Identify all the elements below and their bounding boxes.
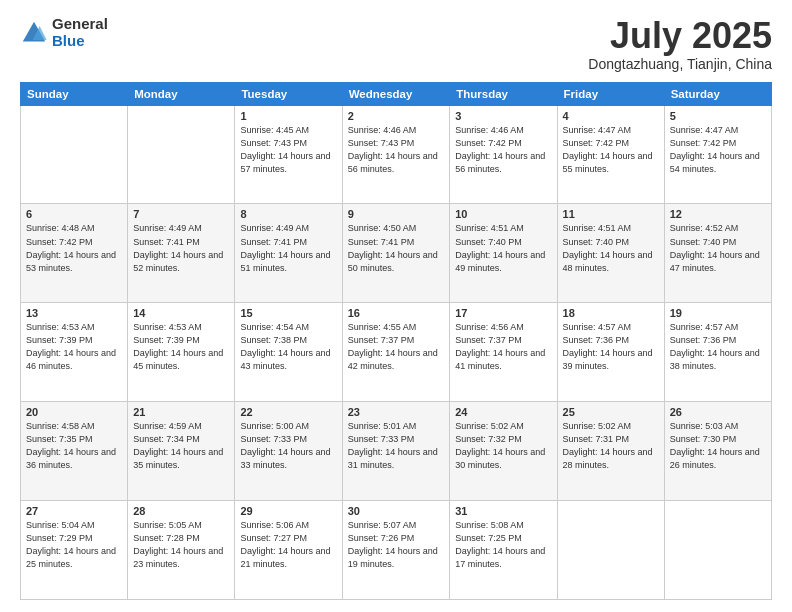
day-info: Sunrise: 4:57 AM Sunset: 7:36 PM Dayligh… [563,321,659,373]
day-cell: 30Sunrise: 5:07 AM Sunset: 7:26 PM Dayli… [342,501,450,600]
calendar-header: SundayMondayTuesdayWednesdayThursdayFrid… [21,82,772,105]
day-cell: 21Sunrise: 4:59 AM Sunset: 7:34 PM Dayli… [128,402,235,501]
day-info: Sunrise: 5:08 AM Sunset: 7:25 PM Dayligh… [455,519,551,571]
calendar-body: 1Sunrise: 4:45 AM Sunset: 7:43 PM Daylig… [21,105,772,599]
week-row-4: 27Sunrise: 5:04 AM Sunset: 7:29 PM Dayli… [21,501,772,600]
day-cell: 27Sunrise: 5:04 AM Sunset: 7:29 PM Dayli… [21,501,128,600]
day-cell: 17Sunrise: 4:56 AM Sunset: 7:37 PM Dayli… [450,303,557,402]
day-cell: 14Sunrise: 4:53 AM Sunset: 7:39 PM Dayli… [128,303,235,402]
day-cell: 7Sunrise: 4:49 AM Sunset: 7:41 PM Daylig… [128,204,235,303]
day-number: 23 [348,406,445,418]
day-info: Sunrise: 5:06 AM Sunset: 7:27 PM Dayligh… [240,519,336,571]
day-info: Sunrise: 4:53 AM Sunset: 7:39 PM Dayligh… [133,321,229,373]
day-info: Sunrise: 4:47 AM Sunset: 7:42 PM Dayligh… [563,124,659,176]
day-number: 22 [240,406,336,418]
day-cell: 11Sunrise: 4:51 AM Sunset: 7:40 PM Dayli… [557,204,664,303]
day-number: 8 [240,208,336,220]
week-row-3: 20Sunrise: 4:58 AM Sunset: 7:35 PM Dayli… [21,402,772,501]
day-number: 9 [348,208,445,220]
calendar: SundayMondayTuesdayWednesdayThursdayFrid… [20,82,772,600]
weekday-header-monday: Monday [128,82,235,105]
day-info: Sunrise: 4:55 AM Sunset: 7:37 PM Dayligh… [348,321,445,373]
header: General Blue July 2025 Dongtazhuang, Tia… [20,16,772,72]
day-cell: 9Sunrise: 4:50 AM Sunset: 7:41 PM Daylig… [342,204,450,303]
weekday-header-friday: Friday [557,82,664,105]
day-number: 17 [455,307,551,319]
day-cell: 16Sunrise: 4:55 AM Sunset: 7:37 PM Dayli… [342,303,450,402]
title-block: July 2025 Dongtazhuang, Tianjin, China [588,16,772,72]
day-number: 1 [240,110,336,122]
day-cell: 29Sunrise: 5:06 AM Sunset: 7:27 PM Dayli… [235,501,342,600]
day-info: Sunrise: 4:51 AM Sunset: 7:40 PM Dayligh… [455,222,551,274]
day-cell: 20Sunrise: 4:58 AM Sunset: 7:35 PM Dayli… [21,402,128,501]
week-row-1: 6Sunrise: 4:48 AM Sunset: 7:42 PM Daylig… [21,204,772,303]
weekday-header-sunday: Sunday [21,82,128,105]
month-title: July 2025 [588,16,772,56]
logo-general: General [52,16,108,33]
day-number: 30 [348,505,445,517]
day-info: Sunrise: 4:52 AM Sunset: 7:40 PM Dayligh… [670,222,766,274]
day-cell: 25Sunrise: 5:02 AM Sunset: 7:31 PM Dayli… [557,402,664,501]
day-cell: 15Sunrise: 4:54 AM Sunset: 7:38 PM Dayli… [235,303,342,402]
day-info: Sunrise: 4:59 AM Sunset: 7:34 PM Dayligh… [133,420,229,472]
day-info: Sunrise: 4:56 AM Sunset: 7:37 PM Dayligh… [455,321,551,373]
day-number: 24 [455,406,551,418]
day-number: 16 [348,307,445,319]
day-info: Sunrise: 4:58 AM Sunset: 7:35 PM Dayligh… [26,420,122,472]
logo-blue: Blue [52,33,108,50]
day-number: 10 [455,208,551,220]
weekday-row: SundayMondayTuesdayWednesdayThursdayFrid… [21,82,772,105]
day-number: 26 [670,406,766,418]
day-cell: 31Sunrise: 5:08 AM Sunset: 7:25 PM Dayli… [450,501,557,600]
day-info: Sunrise: 5:03 AM Sunset: 7:30 PM Dayligh… [670,420,766,472]
day-info: Sunrise: 4:53 AM Sunset: 7:39 PM Dayligh… [26,321,122,373]
day-number: 29 [240,505,336,517]
day-info: Sunrise: 5:04 AM Sunset: 7:29 PM Dayligh… [26,519,122,571]
day-cell [664,501,771,600]
day-cell: 19Sunrise: 4:57 AM Sunset: 7:36 PM Dayli… [664,303,771,402]
day-number: 13 [26,307,122,319]
weekday-header-thursday: Thursday [450,82,557,105]
day-number: 4 [563,110,659,122]
day-number: 19 [670,307,766,319]
day-number: 21 [133,406,229,418]
day-cell: 5Sunrise: 4:47 AM Sunset: 7:42 PM Daylig… [664,105,771,204]
day-info: Sunrise: 5:02 AM Sunset: 7:32 PM Dayligh… [455,420,551,472]
day-cell: 22Sunrise: 5:00 AM Sunset: 7:33 PM Dayli… [235,402,342,501]
day-cell: 6Sunrise: 4:48 AM Sunset: 7:42 PM Daylig… [21,204,128,303]
day-info: Sunrise: 4:45 AM Sunset: 7:43 PM Dayligh… [240,124,336,176]
day-info: Sunrise: 4:54 AM Sunset: 7:38 PM Dayligh… [240,321,336,373]
day-cell: 1Sunrise: 4:45 AM Sunset: 7:43 PM Daylig… [235,105,342,204]
location: Dongtazhuang, Tianjin, China [588,56,772,72]
day-info: Sunrise: 4:50 AM Sunset: 7:41 PM Dayligh… [348,222,445,274]
day-number: 5 [670,110,766,122]
day-number: 7 [133,208,229,220]
day-cell: 4Sunrise: 4:47 AM Sunset: 7:42 PM Daylig… [557,105,664,204]
day-info: Sunrise: 4:49 AM Sunset: 7:41 PM Dayligh… [133,222,229,274]
day-info: Sunrise: 4:46 AM Sunset: 7:43 PM Dayligh… [348,124,445,176]
day-number: 28 [133,505,229,517]
day-cell: 18Sunrise: 4:57 AM Sunset: 7:36 PM Dayli… [557,303,664,402]
day-info: Sunrise: 4:49 AM Sunset: 7:41 PM Dayligh… [240,222,336,274]
logo-icon [20,19,48,47]
day-cell: 8Sunrise: 4:49 AM Sunset: 7:41 PM Daylig… [235,204,342,303]
day-number: 25 [563,406,659,418]
week-row-2: 13Sunrise: 4:53 AM Sunset: 7:39 PM Dayli… [21,303,772,402]
day-cell: 24Sunrise: 5:02 AM Sunset: 7:32 PM Dayli… [450,402,557,501]
day-info: Sunrise: 4:47 AM Sunset: 7:42 PM Dayligh… [670,124,766,176]
day-number: 18 [563,307,659,319]
day-info: Sunrise: 4:48 AM Sunset: 7:42 PM Dayligh… [26,222,122,274]
day-number: 14 [133,307,229,319]
day-cell: 12Sunrise: 4:52 AM Sunset: 7:40 PM Dayli… [664,204,771,303]
day-number: 2 [348,110,445,122]
day-number: 6 [26,208,122,220]
day-cell: 2Sunrise: 4:46 AM Sunset: 7:43 PM Daylig… [342,105,450,204]
day-cell [21,105,128,204]
day-info: Sunrise: 4:46 AM Sunset: 7:42 PM Dayligh… [455,124,551,176]
day-cell: 3Sunrise: 4:46 AM Sunset: 7:42 PM Daylig… [450,105,557,204]
weekday-header-saturday: Saturday [664,82,771,105]
day-number: 11 [563,208,659,220]
day-info: Sunrise: 5:01 AM Sunset: 7:33 PM Dayligh… [348,420,445,472]
day-number: 27 [26,505,122,517]
weekday-header-wednesday: Wednesday [342,82,450,105]
